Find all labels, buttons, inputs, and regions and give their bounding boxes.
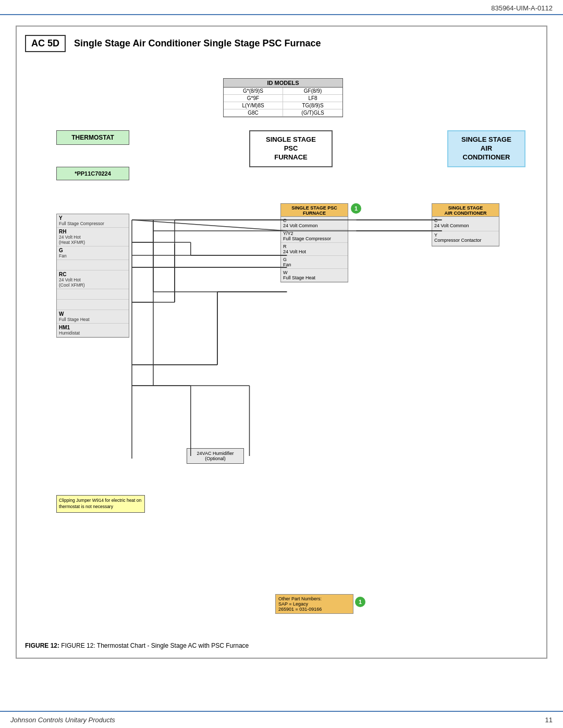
- main-content: AC 5D Single Stage Air Conditioner Singl…: [0, 15, 563, 669]
- thermostat-terminals: Y Full Stage Compressor RH 24 Volt Hot(H…: [56, 214, 129, 338]
- figure-caption: FIGURE 12: FIGURE 12: Thermostat Chart -…: [25, 642, 538, 649]
- note-text: Clipping Jumper W914 for electric heat o…: [59, 498, 141, 509]
- psc-terminal-r: R 24 Volt Hot: [281, 243, 348, 256]
- id-model-cell: G*(8/9)S: [224, 88, 283, 95]
- id-model-cell: G8C: [224, 109, 283, 117]
- terminal-y: Y Full Stage Compressor: [57, 214, 129, 228]
- diagram-title: AC 5D Single Stage Air Conditioner Singl…: [25, 35, 538, 52]
- terminal-rc: RC 24 Volt Hot(Cool XFMR): [57, 270, 129, 289]
- part-numbers-box: Other Part Numbers: SAP = Legacy 265901 …: [275, 594, 353, 614]
- footer-page: 11: [545, 716, 553, 724]
- terminal-g: G Fan: [57, 246, 129, 260]
- psc-terminal-g: G Fan: [281, 256, 348, 269]
- diagram-title-text: Single Stage Air Conditioner Single Stag…: [74, 38, 321, 49]
- id-model-cell: L(Y/M)8S: [224, 102, 283, 109]
- id-model-cell: GF(8/9): [283, 88, 342, 95]
- ac-box: SINGLE STAGEAIRCONDITIONER: [447, 130, 525, 167]
- page-footer: Johnson Controls Unitary Products 11: [0, 711, 563, 728]
- psc-terminal-yy2: Y/Y2 Full Stage Compressor: [281, 230, 348, 243]
- badge-part: 1: [355, 597, 365, 607]
- ac-label: SINGLE STAGEAIRCONDITIONER: [450, 135, 522, 162]
- footer-company: Johnson Controls Unitary Products: [10, 716, 115, 724]
- psc-terminal-w: W Full Stage Heat: [281, 269, 348, 282]
- id-models-table: G*(8/9)S GF(8/9) G*9F LF8 L(Y/M)8S TG(8/…: [224, 88, 342, 117]
- part-sap: SAP = Legacy: [278, 601, 350, 607]
- id-model-cell: G*9F: [224, 95, 283, 102]
- id-model-cell: LF8: [283, 95, 342, 102]
- page-header: 835964-UIM-A-0112: [0, 0, 563, 15]
- badge-psc: 1: [351, 203, 361, 214]
- figure-text: FIGURE 12: Thermostat Chart - Single Sta…: [61, 642, 249, 649]
- id-model-cell: (G/T)GLS: [283, 109, 342, 117]
- diagram-box: AC 5D Single Stage Air Conditioner Singl…: [16, 26, 547, 659]
- doc-number: 835964-UIM-A-0112: [491, 4, 553, 12]
- ac-terminal-c: C 24 Volt Common: [432, 217, 499, 231]
- connector-psc: SINGLE STAGE PSCFURNACE: [280, 203, 348, 218]
- figure-label: FIGURE 12:: [25, 642, 59, 649]
- diagram-inner: ID MODELS G*(8/9)S GF(8/9) G*9F LF8 L(Y/…: [25, 63, 538, 636]
- terminal-empty1: [57, 260, 129, 270]
- terminal-w: W Full Stage Heat: [57, 310, 129, 324]
- ac-terminals: C 24 Volt Common Y Compressor Contactor: [432, 216, 499, 246]
- connector-ac: SINGLE STAGEAIR CONDITIONER: [432, 203, 499, 218]
- diagram-code: AC 5D: [25, 35, 66, 52]
- psc-terminal-c: C 24 Volt Common: [281, 217, 348, 230]
- ac-terminal-y: Y Compressor Contactor: [432, 231, 499, 246]
- terminal-hm1: HM1 Humidistat: [57, 324, 129, 337]
- id-models-header: ID MODELS: [224, 79, 342, 88]
- part-num: 265901 = 031-09166: [278, 607, 350, 612]
- id-model-cell: TG(8/9)S: [283, 102, 342, 109]
- psc-furnace-box: SINGLE STAGEPSCFURNACE: [249, 130, 333, 167]
- svg-line-0: [132, 220, 287, 231]
- humidifier-box: 24VAC Humidifier(Optional): [187, 448, 244, 464]
- psc-furnace-label: SINGLE STAGEPSCFURNACE: [252, 135, 329, 162]
- terminal-rh: RH 24 Volt Hot(Heat XFMR): [57, 228, 129, 246]
- id-models-box: ID MODELS G*(8/9)S GF(8/9) G*9F LF8 L(Y/…: [223, 78, 343, 117]
- terminal-empty2: [57, 289, 129, 300]
- thermostat-label: THERMOSTAT: [59, 134, 127, 141]
- thermostat-model: *PP11C70224: [56, 167, 129, 180]
- terminal-empty3: [57, 300, 129, 310]
- part-numbers-label: Other Part Numbers:: [278, 596, 350, 601]
- thermostat-box: THERMOSTAT: [56, 130, 129, 145]
- note-box: Clipping Jumper W914 for electric heat o…: [56, 495, 145, 513]
- psc-terminals: C 24 Volt Common Y/Y2 Full Stage Compres…: [280, 216, 348, 282]
